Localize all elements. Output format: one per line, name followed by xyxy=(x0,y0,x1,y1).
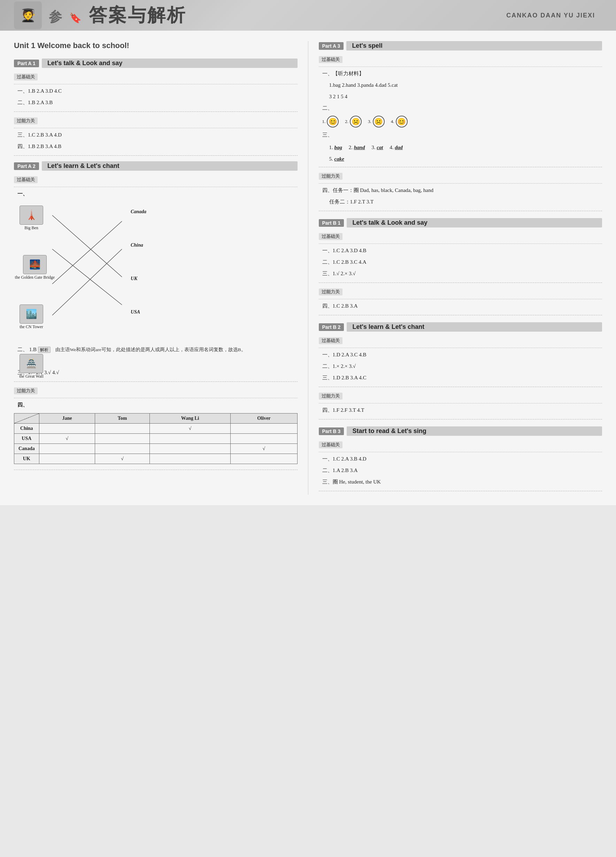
table-cell-uk-label: UK xyxy=(14,454,39,464)
word-2-hand: hand xyxy=(354,145,365,150)
table-cell-usa-oliver xyxy=(231,434,297,444)
country-canada: Canada xyxy=(131,209,146,215)
part-a3-section: Part A 3 Let's spell 过基础关 一、【听力材料】 1.bag… xyxy=(319,41,602,211)
word-3-num: 3. xyxy=(371,145,377,150)
word-2-num: 2. xyxy=(349,145,354,150)
smiley-face-1: 😊 xyxy=(327,116,339,127)
part-a1-line1: 一、1.B 2.A 3.D 4.C xyxy=(17,87,297,96)
map-matching-diagram: 🗼 Big Ben 🌉 the Golden Gate Bridge 🏙️ th… xyxy=(14,202,146,342)
svg-line-2 xyxy=(52,221,122,284)
left-column: Unit 1 Welcome back to school! Part A 1 … xyxy=(14,41,297,495)
part-b1-line3: 三、1.√ 2.× 3.√ xyxy=(322,269,602,278)
part-b2-line2: 二、1.× 2.× 3.√ xyxy=(322,362,602,371)
part-a2-title: Let's learn & Let's chant xyxy=(42,161,297,171)
smiley-face-3: ☹️ xyxy=(373,116,385,127)
table-cell-canada-label: Canada xyxy=(14,444,39,454)
page-header: 🧑‍🎓 参 🔖 答案与解析 CANKAO DAAN YU JIEXI xyxy=(0,0,616,31)
part-a3-listening-items: 1.bag 2.hand 3.panda 4.dad 5.cat xyxy=(329,80,602,90)
part-a2-er-rest: 2.C 3.C xyxy=(25,356,297,366)
part-b3-section: Part B 3 Start to read & Let's sing 过基础关… xyxy=(319,426,602,491)
part-b2-line4: 四、1.F 2.F 3.T 4.T xyxy=(322,405,602,415)
part-b1-line4: 四、1.C 2.B 3.A xyxy=(322,301,602,311)
part-a3-title: Let's spell xyxy=(346,41,602,51)
part-b1-sub1: 过基础关 一、1.C 2.A 3.D 4.B 二、1.C 2.B 3.C 4.A… xyxy=(319,231,602,283)
table-cell-usa-label: USA xyxy=(14,434,39,444)
part-a3-words: 1. bag 2. hand 3. cat 4. dad 5. cake xyxy=(329,142,602,165)
part-a1-section: Part A 1 Let's talk & Look and say 过基础关 … xyxy=(14,59,297,156)
svg-line-0 xyxy=(52,215,122,277)
part-a1-line2: 二、1.B 2.A 3.B xyxy=(17,98,297,107)
table-cell-uk-jane xyxy=(39,454,95,464)
smiley-item-1: 1. 😊 xyxy=(322,116,339,127)
part-b1-sub2-label: 过能力关 xyxy=(319,288,342,295)
smiley-item-4: 4. 😊 xyxy=(391,116,408,127)
country-usa: USA xyxy=(131,309,146,315)
part-b2-title: Let's learn & Let's chant xyxy=(347,322,602,332)
country-china: China xyxy=(131,243,146,248)
table-row: China √ xyxy=(14,424,297,434)
part-b3-line1: 一、1.C 2.A 3.B 4.D xyxy=(322,454,602,464)
part-a1-line4: 四、1.B 2.B 3.A 4.B xyxy=(17,142,297,151)
part-a2-table: Jane Tom Wang Li Oliver China √ xyxy=(14,413,297,464)
part-a2-san-line: 三、1.× 2.√ 3.√ 4.√ xyxy=(17,368,297,377)
part-b3-sub1: 过基础关 一、1.C 2.A 3.B 4.D 二、1.A 2.B 3.A 三、圈… xyxy=(319,439,602,491)
table-cell-usa-jane: √ xyxy=(39,434,95,444)
table-header-jane: Jane xyxy=(39,413,95,424)
bigben-label: Big Ben xyxy=(25,226,38,230)
part-a1-sub1: 过基础关 一、1.B 2.A 3.D 4.C 二、1.B 2.A 3.B xyxy=(14,71,297,112)
smiley-num-3: 3. xyxy=(368,119,371,124)
smiley-num-4: 4. xyxy=(391,119,395,124)
part-b2-line3: 三、1.D 2.B 3.A 4.C xyxy=(322,373,602,382)
word-5-cake: cake xyxy=(334,156,344,162)
part-a3-sub1-label: 过基础关 xyxy=(319,56,342,63)
part-a3-sub2-label: 过能力关 xyxy=(319,173,342,180)
part-b2-line1: 一、1.D 2.A 3.C 4.B xyxy=(322,350,602,359)
part-b1-sub2: 过能力关 四、1.C 2.B 3.A xyxy=(319,286,602,315)
part-b2-sub1: 过基础关 一、1.D 2.A 3.C 4.B 二、1.× 2.× 3.√ 三、1… xyxy=(319,335,602,387)
part-b1-line1: 一、1.C 2.A 3.D 4.B xyxy=(322,246,602,255)
header-subtitle: CANKAO DAAN YU JIEXI xyxy=(506,12,595,19)
table-cell-uk-tom: √ xyxy=(95,454,150,464)
table-diagonal-header xyxy=(14,413,39,424)
part-a2-si-label: 四、 xyxy=(17,400,297,410)
svg-line-1 xyxy=(52,249,122,305)
part-b2-tag: Part B 2 xyxy=(319,323,344,331)
part-b3-title: Start to read & Let's sing xyxy=(347,426,602,436)
part-a1-header: Part A 1 Let's talk & Look and say xyxy=(14,59,297,68)
part-b1-header: Part B 1 Let's talk & Look and say xyxy=(319,218,602,227)
smiley-num-2: 2. xyxy=(345,119,348,124)
svg-line-3 xyxy=(52,249,122,315)
part-b1-sub1-label: 过基础关 xyxy=(319,233,342,240)
part-b2-sub2: 过能力关 四、1.F 2.F 3.T 4.T xyxy=(319,391,602,419)
part-a1-tag: Part A 1 xyxy=(14,60,39,67)
part-b1-title: Let's talk & Look and say xyxy=(347,218,602,227)
part-a2-sub1-label: 过基础关 xyxy=(14,176,38,183)
part-b2-section: Part B 2 Let's learn & Let's chant 过基础关 … xyxy=(319,322,602,419)
golden-gate-label: the Golden Gate Bridge xyxy=(15,275,55,280)
country-uk: UK xyxy=(131,276,146,282)
part-a2-sub2: 过能力关 四、 Jane Tom Wang Li Oliver xyxy=(14,385,297,470)
word-4-dad: dad xyxy=(395,145,403,150)
part-b1-line2: 二、1.C 2.B 3.C 4.A xyxy=(322,257,602,267)
right-column: Part A 3 Let's spell 过基础关 一、【听力材料】 1.bag… xyxy=(308,41,602,495)
bigben-icon: 🗼 xyxy=(20,206,43,225)
part-a3-tag: Part A 3 xyxy=(319,42,344,50)
table-cell-china-tom xyxy=(95,424,150,434)
part-a3-sub1: 过基础关 一、【听力材料】 1.bag 2.hand 3.panda 4.dad… xyxy=(319,54,602,167)
table-cell-usa-wangli xyxy=(150,434,230,444)
table-cell-uk-wangli xyxy=(150,454,230,464)
cn-tower-label: the CN Tower xyxy=(20,324,43,329)
part-a3-listening-label: 一、【听力材料】 xyxy=(322,69,602,78)
table-row: Canada √ xyxy=(14,444,297,454)
table-row: UK √ xyxy=(14,454,297,464)
golden-gate-icon: 🌉 xyxy=(23,255,47,274)
table-cell-canada-jane xyxy=(39,444,95,454)
smileys-row: 1. 😊 2. ☹️ 3. ☹️ 4. 😊 xyxy=(322,116,602,127)
part-a2-er-line: 二、 1.B 解析 由主语We和系动词are可知，此处描述的是两人或两人以上，表… xyxy=(17,345,297,354)
smiley-item-2: 2. ☹️ xyxy=(345,116,362,127)
table-cell-usa-tom xyxy=(95,434,150,444)
part-b1-section: Part B 1 Let's talk & Look and say 过基础关 … xyxy=(319,218,602,315)
part-a3-san-label: 三、 xyxy=(322,130,602,140)
part-a3-listening-order: 3 2 1 5 4 xyxy=(329,92,602,101)
table-cell-china-oliver xyxy=(231,424,297,434)
